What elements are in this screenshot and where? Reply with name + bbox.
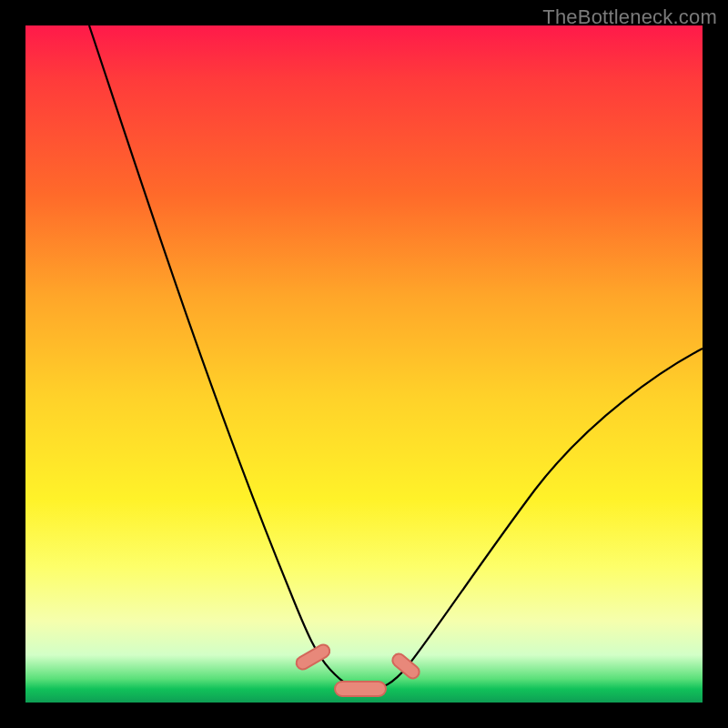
chart-area [25, 25, 703, 703]
bottleneck-curve-svg [25, 25, 703, 703]
watermark-text: TheBottleneck.com [542, 5, 717, 29]
optimal-region-markers [294, 642, 421, 696]
svg-rect-2 [335, 682, 386, 696]
bottleneck-curve [89, 25, 703, 690]
